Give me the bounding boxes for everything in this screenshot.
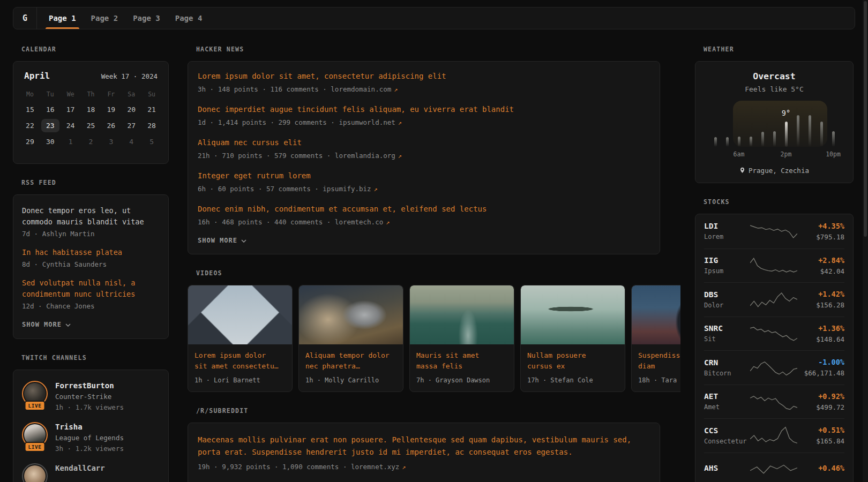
story-title[interactable]: Integer eget rutrum lorem bbox=[198, 171, 650, 181]
stock-sparkline bbox=[750, 461, 797, 479]
story-title[interactable]: Donec enim nibh, condimentum et accumsan… bbox=[198, 204, 650, 214]
stock-change: +1.36% bbox=[797, 324, 844, 333]
video-card[interactable]: Suspendisse diam 18h · Tara bbox=[631, 285, 680, 392]
stock-row[interactable]: LDI Lorem +4.35% $795.18 bbox=[704, 214, 844, 248]
calendar-day: 28 bbox=[141, 119, 162, 132]
story-title[interactable]: Donec imperdiet augue tincidunt felis al… bbox=[198, 104, 650, 115]
channel-name: Trisha bbox=[55, 423, 124, 431]
time-label: 10pm bbox=[826, 150, 841, 158]
stock-change: +0.46% bbox=[797, 464, 844, 472]
external-link-icon[interactable]: ↗ bbox=[374, 185, 378, 193]
video-thumbnail bbox=[299, 285, 403, 344]
show-more-label: SHOW MORE bbox=[198, 237, 237, 244]
temp-bar bbox=[750, 137, 752, 147]
stock-name: Ipsum bbox=[704, 267, 750, 275]
daylight-highlight bbox=[733, 101, 827, 147]
scrollbar-thumb[interactable] bbox=[864, 1, 867, 237]
video-thumbnail bbox=[632, 285, 680, 344]
hackernews-section-title: HACKER NEWS bbox=[196, 46, 680, 53]
stock-values: -1.00% $66,171.48 bbox=[797, 358, 844, 377]
video-info: Aliquam tempor dolor nec pharetra… 1h · … bbox=[299, 344, 403, 391]
calendar-day: 25 bbox=[81, 119, 101, 132]
stock-row[interactable]: DBS Dolor +1.42% $156.28 bbox=[704, 282, 844, 317]
stock-name: Lorem bbox=[704, 233, 750, 240]
dow-label: Tu bbox=[40, 88, 61, 100]
hackernews-widget: HACKER NEWS Lorem ipsum dolor sit amet, … bbox=[188, 46, 680, 254]
post-title[interactable]: Maecenas mollis pulvinar erat non posuer… bbox=[198, 434, 650, 458]
stock-identity: CCS Consectetur bbox=[704, 426, 750, 445]
app-logo[interactable]: G bbox=[13, 7, 37, 29]
page-scrollbar bbox=[863, 0, 868, 482]
video-card[interactable]: Mauris sit amet massa felis 7h · Grayson… bbox=[409, 285, 514, 392]
stock-row[interactable]: AET Amet +0.92% $499.72 bbox=[704, 385, 844, 419]
rss-card: Donec tempor eros leo, ut commodo mauris… bbox=[13, 194, 169, 339]
stock-row[interactable]: IIG Ipsum +2.84% $42.04 bbox=[704, 248, 844, 283]
rss-item-meta: 12d · Chance Jones bbox=[22, 302, 160, 310]
calendar-day-next-month: 1 bbox=[61, 135, 81, 148]
tab-page-1[interactable]: Page 1 bbox=[42, 7, 83, 29]
stock-row[interactable]: AHS +0.46% bbox=[704, 453, 844, 482]
story-title[interactable]: Lorem ipsum dolor sit amet, consectetur … bbox=[198, 71, 650, 81]
temp-bar bbox=[832, 131, 835, 147]
stock-name: Bitcorn bbox=[704, 370, 750, 377]
twitch-channel-row[interactable]: LIVE Trisha League of Legends 3h · 1.2k … bbox=[22, 422, 160, 453]
location-pin-icon bbox=[739, 167, 745, 175]
video-card[interactable]: Nullam posuere cursus ex 17h · Stefan Co… bbox=[520, 285, 625, 392]
calendar-day-next-month: 5 bbox=[141, 135, 162, 148]
rss-section-title: RSS FEED bbox=[21, 179, 169, 186]
stock-symbol: CRN bbox=[704, 358, 750, 367]
temp-bar bbox=[797, 115, 799, 147]
stock-identity: IIG Ipsum bbox=[704, 256, 750, 275]
hackernews-show-more-button[interactable]: SHOW MORE bbox=[198, 237, 246, 244]
story-item: Donec enim nibh, condimentum et accumsan… bbox=[198, 204, 650, 226]
video-meta: 18h · Tara bbox=[638, 376, 680, 384]
stock-sparkline bbox=[750, 358, 797, 376]
external-link-icon[interactable]: ↗ bbox=[398, 119, 402, 126]
rss-item: Donec tempor eros leo, ut commodo mauris… bbox=[22, 205, 160, 238]
external-link-icon[interactable]: ↗ bbox=[386, 219, 390, 226]
tab-page-2[interactable]: Page 2 bbox=[85, 7, 125, 29]
page-tabs: Page 1 Page 2 Page 3 Page 4 bbox=[37, 7, 211, 29]
channel-avatar: LIVE bbox=[22, 381, 48, 406]
stock-row[interactable]: CCS Consectetur +0.51% $165.84 bbox=[704, 418, 844, 453]
calendar-day: 21 bbox=[141, 103, 162, 116]
channel-info: ForrestBurton Counter-Strike 1h · 1.7k v… bbox=[55, 381, 124, 411]
stock-identity: SNRC Sit bbox=[704, 324, 750, 343]
external-link-icon[interactable]: ↗ bbox=[402, 463, 406, 471]
hackernews-card: Lorem ipsum dolor sit amet, consectetur … bbox=[188, 61, 660, 254]
rss-item-meta: 7d · Ashlyn Martin bbox=[22, 230, 160, 238]
rss-item-title[interactable]: Sed volutpat nulla nisl, a condimentum n… bbox=[22, 277, 160, 300]
story-meta: 3h · 148 points · 116 comments · loremdo… bbox=[198, 85, 650, 93]
rss-item-meta: 8d · Cynthia Saunders bbox=[22, 260, 160, 268]
tab-page-4[interactable]: Page 4 bbox=[169, 7, 209, 29]
video-card[interactable]: Aliquam tempor dolor nec pharetra… 1h · … bbox=[298, 285, 403, 392]
stock-symbol: CCS bbox=[704, 426, 750, 435]
external-link-icon[interactable]: ↗ bbox=[398, 152, 402, 160]
channel-avatar bbox=[22, 463, 48, 482]
external-link-icon[interactable]: ↗ bbox=[394, 86, 398, 93]
tab-page-3[interactable]: Page 3 bbox=[126, 7, 167, 29]
show-more-label: SHOW MORE bbox=[22, 321, 62, 328]
weather-widget: WEATHER Overcast Feels like 5°C 9° 6am2p… bbox=[695, 46, 854, 183]
stock-row[interactable]: CRN Bitcorn -1.00% $66,171.48 bbox=[704, 350, 844, 385]
story-title[interactable]: Aliquam nec cursus elit bbox=[198, 138, 650, 148]
rss-show-more-button[interactable]: SHOW MORE bbox=[22, 321, 71, 328]
channel-viewers: 1h · 1.7k viewers bbox=[55, 403, 124, 411]
twitch-widget: TWITCH CHANNELS LIVE ForrestBurton Count… bbox=[13, 354, 169, 482]
video-card[interactable]: Lorem ipsum dolor sit amet consectetu… 1… bbox=[188, 285, 293, 392]
video-meta: 1h · Molly Carrillo bbox=[305, 376, 396, 384]
stocks-section-title: STOCKS bbox=[704, 198, 854, 206]
stock-values: +0.51% $165.84 bbox=[797, 426, 844, 445]
twitch-channel-row[interactable]: LIVE ForrestBurton Counter-Strike 1h · 1… bbox=[22, 381, 160, 411]
story-meta: 21h · 710 points · 579 comments · loreml… bbox=[198, 152, 650, 160]
video-thumbnail bbox=[410, 285, 514, 344]
stock-row[interactable]: SNRC Sit +1.36% $148.64 bbox=[704, 317, 844, 351]
subreddit-card: Maecenas mollis pulvinar erat non posuer… bbox=[188, 423, 660, 482]
rss-item-title[interactable]: Donec tempor eros leo, ut commodo mauris… bbox=[22, 205, 160, 228]
stock-name: Sit bbox=[704, 335, 750, 343]
rss-item-title[interactable]: In hac habitasse platea bbox=[22, 247, 160, 258]
channel-game: Counter-Strike bbox=[55, 393, 124, 401]
weather-location-row: Prague, Czechia bbox=[695, 167, 853, 175]
twitch-channel-row[interactable]: KendallCarr bbox=[22, 463, 160, 482]
story-item: Lorem ipsum dolor sit amet, consectetur … bbox=[198, 71, 650, 93]
